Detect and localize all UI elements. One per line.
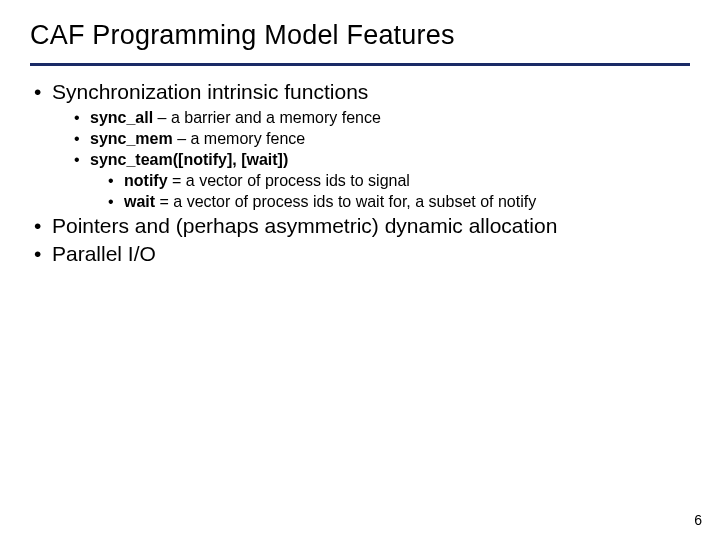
bullet-list-level1: • Synchronization intrinsic functions: [30, 80, 690, 104]
bullet-text: Synchronization intrinsic functions: [52, 80, 368, 104]
bullet-sync-mem: • sync_mem – a memory fence: [74, 129, 690, 149]
bullet-text: sync_mem – a memory fence: [90, 129, 305, 149]
bullet-text: Pointers and (perhaps asymmetric) dynami…: [52, 214, 557, 238]
bullet-wait: • wait = a vector of process ids to wait…: [108, 192, 690, 212]
bullet-parallel-io: • Parallel I/O: [34, 242, 690, 266]
bullet-sync-functions: • Synchronization intrinsic functions: [34, 80, 690, 104]
bullet-sync-team: • sync_team([notify], [wait]): [74, 150, 690, 170]
bullet-pointers: • Pointers and (perhaps asymmetric) dyna…: [34, 214, 690, 238]
bullet-text: Parallel I/O: [52, 242, 156, 266]
bullet-text: sync_all – a barrier and a memory fence: [90, 108, 381, 128]
bold-term: sync_team([notify], [wait]): [90, 151, 288, 168]
bullet-icon: •: [74, 129, 90, 149]
bullet-list-level2: • sync_all – a barrier and a memory fenc…: [30, 108, 690, 170]
desc-text: – a memory fence: [173, 130, 306, 147]
page-number: 6: [694, 512, 702, 528]
slide-title: CAF Programming Model Features: [30, 20, 690, 51]
desc-text: = a vector of process ids to wait for, a…: [155, 193, 536, 210]
bold-term: wait: [124, 193, 155, 210]
bold-term: sync_all: [90, 109, 153, 126]
bold-term: notify: [124, 172, 168, 189]
bullet-icon: •: [34, 80, 52, 104]
bullet-icon: •: [34, 214, 52, 238]
slide: CAF Programming Model Features • Synchro…: [0, 0, 720, 540]
title-underline: [30, 63, 690, 66]
bullet-list-level3: • notify = a vector of process ids to si…: [30, 171, 690, 212]
bullet-icon: •: [108, 192, 124, 212]
bullet-list-level1-cont: • Pointers and (perhaps asymmetric) dyna…: [30, 214, 690, 266]
bullet-icon: •: [34, 242, 52, 266]
desc-text: = a vector of process ids to signal: [168, 172, 410, 189]
bullet-icon: •: [74, 150, 90, 170]
bullet-icon: •: [74, 108, 90, 128]
desc-text: – a barrier and a memory fence: [153, 109, 381, 126]
bullet-icon: •: [108, 171, 124, 191]
bullet-notify: • notify = a vector of process ids to si…: [108, 171, 690, 191]
bullet-text: notify = a vector of process ids to sign…: [124, 171, 410, 191]
bullet-text: wait = a vector of process ids to wait f…: [124, 192, 536, 212]
bold-term: sync_mem: [90, 130, 173, 147]
bullet-text: sync_team([notify], [wait]): [90, 150, 288, 170]
bullet-sync-all: • sync_all – a barrier and a memory fenc…: [74, 108, 690, 128]
